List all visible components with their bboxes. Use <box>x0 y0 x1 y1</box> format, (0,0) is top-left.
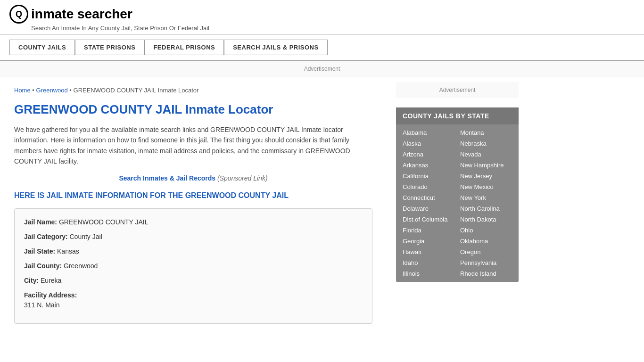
state-link[interactable]: North Dakota <box>457 214 515 225</box>
jail-county-value: Greenwood <box>64 262 98 270</box>
sponsored-link-area: Search Inmates & Jail Records (Sponsored… <box>14 174 372 182</box>
states-col2: MontanaNebraskaNevadaNew HampshireNew Je… <box>457 127 515 279</box>
logo-text-label: inmate searcher <box>31 7 132 21</box>
logo-icon: Q <box>9 5 28 24</box>
state-link[interactable]: New Mexico <box>457 181 515 192</box>
state-link[interactable]: Oklahoma <box>457 236 515 247</box>
header: Q inmate searcher Search An Inmate In An… <box>0 0 644 35</box>
state-link[interactable]: Arizona <box>400 149 457 160</box>
breadcrumb-separator2: • <box>69 87 72 94</box>
state-link[interactable]: Pennsylvania <box>457 257 515 268</box>
state-link[interactable]: Florida <box>400 225 457 236</box>
states-grid: AlabamaAlaskaArizonaArkansasCaliforniaCo… <box>396 124 519 282</box>
state-link[interactable]: North Carolina <box>457 203 515 214</box>
state-link[interactable]: Colorado <box>400 181 457 192</box>
logo-area: Q inmate searcher <box>9 5 635 24</box>
state-link[interactable]: New Jersey <box>457 171 515 181</box>
description: We have gathered for you all the availab… <box>14 124 372 167</box>
state-link[interactable]: Arkansas <box>400 160 457 171</box>
sidebar: Advertisement COUNTY JAILS BY STATE Alab… <box>387 77 528 333</box>
jail-city-value: Eureka <box>41 277 61 284</box>
federal-prisons-button[interactable]: FEDERAL PRISONS <box>144 40 224 55</box>
state-link[interactable]: Rhode Island <box>457 268 515 279</box>
jail-county-label: Jail County: <box>24 262 62 270</box>
logo-text: inmate searcher <box>31 7 132 22</box>
info-card: Jail Name: GREENWOOD COUNTY JAIL Jail Ca… <box>14 208 372 324</box>
state-link[interactable]: Nevada <box>457 149 515 160</box>
states-col1: AlabamaAlaskaArizonaArkansasCaliforniaCo… <box>400 127 457 279</box>
jail-state-value: Kansas <box>57 247 79 255</box>
state-link[interactable]: Hawaii <box>400 247 457 257</box>
jail-address-label: Facility Address: <box>24 291 77 299</box>
jail-address-value: 311 N. Main <box>24 300 363 310</box>
state-link[interactable]: Connecticut <box>400 192 457 203</box>
page-title: GREENWOOD COUNTY JAIL Inmate Locator <box>14 102 372 117</box>
jail-city-label: City: <box>24 277 39 284</box>
state-link[interactable]: Ohio <box>457 225 515 236</box>
state-link[interactable]: Montana <box>457 127 515 138</box>
sponsored-link[interactable]: Search Inmates & Jail Records <box>119 174 215 182</box>
state-link[interactable]: Oregon <box>457 247 515 257</box>
state-link[interactable]: Dist.of Columbia <box>400 214 457 225</box>
state-link[interactable]: New York <box>457 192 515 203</box>
breadcrumb-home[interactable]: Home <box>14 87 31 94</box>
content-area: Home • Greenwood • GREENWOOD COUNTY JAIL… <box>0 77 387 333</box>
jail-name-label: Jail Name: <box>24 218 57 226</box>
tagline: Search An Inmate In Any County Jail, Sta… <box>31 25 635 32</box>
state-link[interactable]: Delaware <box>400 203 457 214</box>
breadcrumb-current: GREENWOOD COUNTY JAIL Inmate Locator <box>74 87 199 94</box>
main-layout: Home • Greenwood • GREENWOOD COUNTY JAIL… <box>0 77 644 333</box>
state-link[interactable]: California <box>400 171 457 181</box>
state-link[interactable]: Illinois <box>400 268 457 279</box>
jail-name-value: GREENWOOD COUNTY JAIL <box>59 218 149 226</box>
jail-name-row: Jail Name: GREENWOOD COUNTY JAIL <box>24 217 363 227</box>
breadcrumb-separator1: • <box>32 87 34 94</box>
sidebar-ad: Advertisement <box>396 82 519 98</box>
search-jails-button[interactable]: SEARCH JAILS & PRISONS <box>224 40 327 55</box>
jail-address-row: Facility Address: 311 N. Main <box>24 290 363 310</box>
state-link[interactable]: New Hampshire <box>457 160 515 171</box>
section-heading: HERE IS JAIL INMATE INFORMATION FOR THE … <box>14 191 372 200</box>
state-link[interactable]: Alabama <box>400 127 457 138</box>
jail-state-label: Jail State: <box>24 247 55 255</box>
jail-state-row: Jail State: Kansas <box>24 247 363 256</box>
nav-bar: COUNTY JAILS STATE PRISONS FEDERAL PRISO… <box>0 35 644 61</box>
county-jails-box: COUNTY JAILS BY STATE AlabamaAlaskaArizo… <box>396 107 519 282</box>
state-prisons-button[interactable]: STATE PRISONS <box>75 40 144 55</box>
jail-city-row: City: Eureka <box>24 276 363 286</box>
state-link[interactable]: Nebraska <box>457 138 515 149</box>
county-jails-button[interactable]: COUNTY JAILS <box>9 40 75 55</box>
breadcrumb: Home • Greenwood • GREENWOOD COUNTY JAIL… <box>14 87 372 94</box>
state-link[interactable]: Alaska <box>400 138 457 149</box>
sponsored-suffix: (Sponsored Link) <box>217 174 268 182</box>
jail-category-value: County Jail <box>69 233 102 240</box>
breadcrumb-greenwood[interactable]: Greenwood <box>36 87 68 94</box>
jail-category-row: Jail Category: County Jail <box>24 232 363 242</box>
county-jails-title: COUNTY JAILS BY STATE <box>396 107 519 124</box>
state-link[interactable]: Georgia <box>400 236 457 247</box>
jail-category-label: Jail Category: <box>24 233 68 240</box>
ad-banner: Advertisement <box>0 61 644 77</box>
jail-county-row: Jail County: Greenwood <box>24 261 363 271</box>
state-link[interactable]: Idaho <box>400 257 457 268</box>
